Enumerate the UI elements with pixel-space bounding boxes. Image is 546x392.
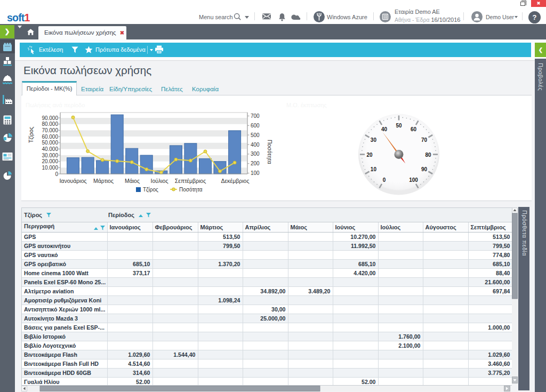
svg-text:70.000: 70.000 — [42, 127, 58, 133]
svg-text:20: 20 — [366, 152, 373, 158]
svg-text:100: 100 — [409, 177, 418, 183]
svg-text:Μάιος: Μάιος — [125, 178, 140, 184]
svg-text:Ποσότητα: Ποσότητα — [267, 140, 273, 164]
svg-text:200: 200 — [251, 161, 260, 166]
svg-text:10.000: 10.000 — [42, 165, 58, 171]
svg-text:80.000: 80.000 — [42, 121, 58, 127]
svg-text:Τζίρος: Τζίρος — [143, 187, 158, 193]
svg-text:0: 0 — [383, 177, 386, 183]
svg-text:60.000: 60.000 — [42, 134, 58, 140]
svg-text:Ιούλιος: Ιούλιος — [151, 178, 168, 184]
svg-text:300: 300 — [251, 151, 260, 157]
svg-text:Τζίρος: Τζίρος — [28, 127, 34, 143]
svg-text:90: 90 — [421, 166, 428, 172]
svg-text:Δεκέμβριος: Δεκέμβριος — [221, 178, 250, 184]
svg-text:60: 60 — [411, 126, 417, 132]
svg-text:80: 80 — [425, 152, 431, 158]
svg-text:Μ.Ο. έκπτωσης: Μ.Ο. έκπτωσης — [286, 102, 327, 108]
svg-text:Ποσότητα: Ποσότητα — [179, 187, 203, 193]
svg-text:700: 700 — [251, 113, 260, 119]
svg-text:20.000: 20.000 — [42, 158, 58, 164]
svg-text:50: 50 — [396, 123, 402, 129]
svg-text:Πωλήσεις ανά περίοδο: Πωλήσεις ανά περίοδο — [26, 102, 85, 108]
svg-text:90.000: 90.000 — [42, 115, 58, 121]
svg-text:30: 30 — [371, 137, 377, 143]
svg-text:50.000: 50.000 — [42, 140, 58, 146]
svg-text:400: 400 — [251, 142, 260, 148]
svg-text:10: 10 — [371, 166, 377, 172]
svg-text:600: 600 — [251, 123, 260, 129]
svg-text:Σεπτέμβριος: Σεπτέμβριος — [175, 178, 206, 184]
svg-text:40: 40 — [381, 126, 388, 132]
svg-text:0: 0 — [55, 171, 58, 177]
svg-text:Μάρτιος: Μάρτιος — [93, 178, 114, 184]
svg-text:500: 500 — [251, 132, 260, 138]
svg-text:40.000: 40.000 — [42, 146, 58, 152]
svg-text:70: 70 — [421, 137, 428, 143]
svg-text:100: 100 — [251, 170, 260, 176]
svg-text:30.000: 30.000 — [42, 153, 58, 158]
svg-text:Ιανουάριος: Ιανουάριος — [59, 178, 86, 184]
